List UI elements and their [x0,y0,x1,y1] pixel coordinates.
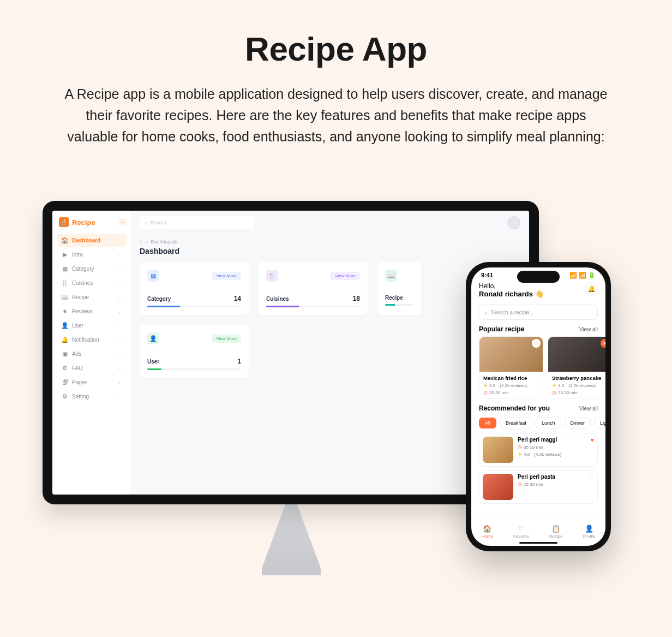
breadcrumb: ⌂› Dashboards [140,239,520,245]
chevron-down-icon: ⌄ [118,323,122,328]
chevron-down-icon: ⌄ [118,309,122,314]
view-all-link[interactable]: View all [579,326,598,332]
stat-card-recipe: 📖 Recipe [377,262,421,315]
view-all-link[interactable]: View all [579,406,598,412]
time-label: 05-10 min [524,445,543,450]
clock-icon: ◷ [518,481,522,487]
chevron-down-icon: ⌄ [118,266,122,271]
card-label: User [147,359,159,365]
stat-card-category: ▦View More Category14 [140,262,249,315]
heart-icon[interactable]: ♥ [601,339,605,348]
sidebar-item-category[interactable]: ▦Category⌄ [57,262,127,275]
sidebar-item-setting[interactable]: ⚙Setting⌄ [57,390,127,403]
utensils-icon: 🍴 [266,270,278,282]
sidebar-item-faq[interactable]: ⚙FAQ⌄ [57,361,127,374]
tab-recipe[interactable]: 📋Recipe [549,525,563,539]
search-input[interactable]: ⌕ Search... [140,216,254,229]
bell-icon: 🔔 [62,336,68,343]
view-more-button[interactable]: View More [212,272,241,280]
filter-chip-lightfood[interactable]: Light food [594,418,605,428]
heart-icon[interactable]: ♡ [589,474,594,481]
card-label: Category [147,296,171,302]
filter-chip-lunch[interactable]: Lunch [536,418,561,428]
desktop-mockup: 🍴 Recipe ← 🏠Dashboard ▶Intro⌄ ▦Category⌄… [43,201,539,504]
recommendation-item[interactable]: Peri peri pasta ◷15-20 min ♡ [479,470,598,504]
settings-icon: ⚙ [62,393,68,400]
recipe-image [483,437,513,463]
notification-button[interactable]: 🔔 [585,282,598,295]
sidebar-item-label: FAQ [72,365,83,371]
card-value: 18 [353,295,360,302]
phone-notch [517,271,560,283]
recipe-image [483,474,513,500]
progress-bar [266,306,360,307]
recommendation-item[interactable]: Peri peri maggi ◷05-10 min ★4.0 (4.2k re… [479,433,598,467]
tab-home[interactable]: 🏠Home [482,525,493,539]
pages-icon: 🗐 [62,379,68,385]
heart-icon: ♡ [518,525,524,533]
heart-icon[interactable]: ♡ [532,339,541,348]
tab-label: Profile [583,534,596,539]
card-value: 14 [234,295,241,302]
recipe-title: Strawberry pancake [552,375,605,381]
user-icon: 👤 [585,525,593,533]
sidebar-item-recipe[interactable]: 📖Recipe⌄ [57,290,127,303]
phone-search-input[interactable]: ⌕ Search a recipe... [479,305,598,320]
home-icon: 🏠 [483,525,491,533]
heart-icon[interactable]: ♥ [590,437,594,443]
gear-icon: ⚙ [62,365,68,371]
sidebar-item-pages[interactable]: 🗐Pages⌄ [57,376,127,389]
clock-icon: ◷ [552,390,556,395]
sidebar-item-reviews[interactable]: ★Reviews⌄ [57,305,127,318]
sidebar-item-label: Reviews [72,308,93,314]
time-label: 25-30 min [558,390,578,395]
avatar[interactable] [507,216,520,229]
filter-chip-all[interactable]: All [479,418,496,428]
filter-chip-dinner[interactable]: Dinner [565,418,591,428]
user-icon: 👤 [147,332,159,344]
section-title: Recommended for you [479,404,550,412]
sidebar-item-user[interactable]: 👤User⌄ [57,319,127,332]
stat-card-cuisines: 🍴View More Cuisines18 [259,262,368,315]
chevron-right-icon: › [146,239,147,245]
user-name: Ronald richards 👋 [479,290,544,298]
search-placeholder: Search a recipe... [491,309,533,315]
home-icon[interactable]: ⌂ [140,239,142,245]
chevron-down-icon: ⌄ [118,295,122,300]
sidebar-item-intro[interactable]: ▶Intro⌄ [57,248,127,261]
sidebar: 🍴 Recipe ← 🏠Dashboard ▶Intro⌄ ▦Category⌄… [52,211,131,495]
tab-profile[interactable]: 👤Profile [583,525,596,539]
clock-icon: ◷ [483,390,488,395]
recipe-title: Peri peri maggi [518,437,594,443]
sidebar-item-dashboard[interactable]: 🏠Dashboard [57,234,127,247]
view-more-button[interactable]: View More [331,272,360,280]
page-description: A Recipe app is a mobile application des… [60,84,612,147]
sidebar-item-label: Recipe [72,294,89,300]
bottom-tab-bar: 🏠Home ♡Favorite 📋Recipe 👤Profile [471,520,605,542]
tab-favorite[interactable]: ♡Favorite [513,525,529,539]
breadcrumb-item[interactable]: Dashboards [151,239,177,245]
recipe-card[interactable]: ♡ Mexican fried rice ★4.0 (4.2k reviews)… [479,336,543,399]
home-icon: 🏠 [62,237,68,243]
collapse-sidebar-button[interactable]: ← [119,218,127,226]
rating-value: 4.0 [524,452,530,457]
recipe-card[interactable]: ♥ Strawberry pancake ★4.0 (4.2k reviews)… [548,336,605,399]
search-icon: ⌕ [484,309,488,315]
chevron-down-icon: ⌄ [118,352,122,356]
star-icon: ★ [518,451,522,457]
view-more-button[interactable]: View More [212,335,241,343]
sidebar-item-ads[interactable]: ▣Ads⌄ [57,347,127,360]
reviews-count: (4.2k reviews) [534,452,561,457]
star-icon: ★ [62,308,68,314]
brand-name: Recipe [72,218,95,227]
sidebar-item-notification[interactable]: 🔔Notification⌄ [57,333,127,346]
page-heading: Dashboard [140,247,520,255]
progress-bar [147,306,241,307]
ads-icon: ▣ [62,350,68,357]
note-icon: 📋 [551,525,560,533]
filter-chip-breakfast[interactable]: Breakfast [500,418,532,428]
greeting-text: Hello, [479,282,544,290]
sidebar-item-cuisines[interactable]: 🍴Cuisines⌄ [57,276,127,289]
status-time: 9:41 [481,272,493,279]
sidebar-item-label: Intro [72,252,83,258]
